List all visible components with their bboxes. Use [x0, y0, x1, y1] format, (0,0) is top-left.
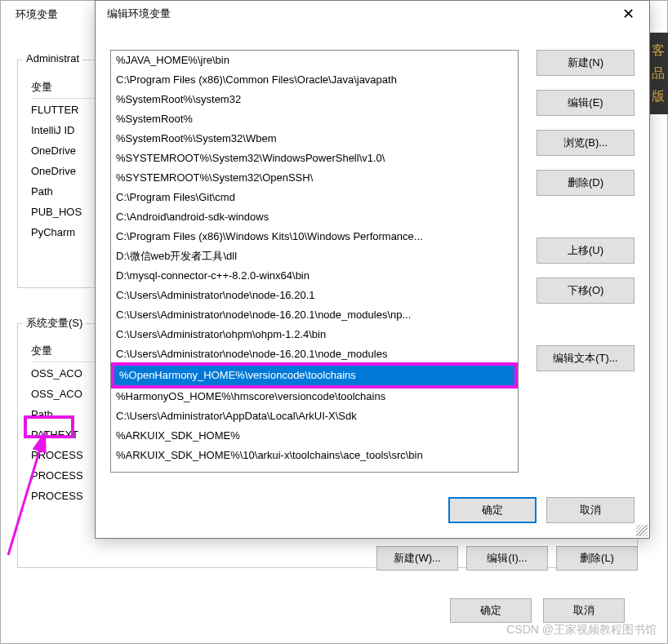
- edit-env-var-title: 编辑环境变量: [107, 7, 171, 21]
- watermark-text: CSDN @王家视频教程图书馆: [506, 623, 657, 637]
- list-item-selected[interactable]: %OpenHarmony_HOME%\versioncode\toolchain…: [111, 362, 518, 389]
- path-entries-listbox[interactable]: %JAVA_HOME%\jre\bin C:\Program Files (x8…: [110, 50, 519, 473]
- resize-grip-icon[interactable]: [636, 525, 648, 536]
- env-cancel-button[interactable]: 取消: [543, 598, 625, 623]
- list-item[interactable]: %SystemRoot%\system32: [111, 90, 518, 109]
- list-item[interactable]: %ARKUIX_SDK_HOME%\10\arkui-x\toolchains\…: [111, 446, 518, 465]
- edit-env-var-dialog: 编辑环境变量 ✕ %JAVA_HOME%\jre\bin C:\Program …: [95, 0, 650, 539]
- edit-ok-button[interactable]: 确定: [448, 497, 537, 523]
- list-item[interactable]: C:\Users\Administrator\node\node-16.20.1…: [111, 344, 518, 364]
- list-item[interactable]: %JAVA_HOME%\jre\bin: [111, 51, 518, 70]
- list-item[interactable]: %HarmonyOS_HOME%\hmscore\versioncode\too…: [111, 387, 518, 406]
- list-item[interactable]: %SystemRoot%: [111, 109, 518, 129]
- list-item[interactable]: C:\Users\Administrator\node\node-16.20.1…: [111, 305, 518, 325]
- list-item[interactable]: C:\Users\Administrator\node\node-16.20.1: [111, 286, 518, 305]
- browse-path-button[interactable]: 浏览(B)...: [537, 130, 635, 156]
- right-edge-panel: 客品版: [648, 33, 668, 114]
- list-item[interactable]: C:\Program Files\Git\cmd: [111, 188, 518, 207]
- list-item[interactable]: C:\Users\Administrator\ohpm\ohpm-1.2.4\b…: [111, 325, 518, 344]
- list-item[interactable]: C:\Program Files (x86)\Windows Kits\10\W…: [111, 227, 518, 246]
- edit-sys-var-button[interactable]: 编辑(I)...: [466, 546, 548, 571]
- list-item[interactable]: C:\Users\Administrator\AppData\Local\Ark…: [111, 406, 518, 426]
- list-item[interactable]: %SYSTEMROOT%\System32\WindowsPowerShell\…: [111, 149, 518, 168]
- env-ok-button[interactable]: 确定: [450, 598, 532, 623]
- list-item[interactable]: D:\mysql-connector-c++-8.2.0-winx64\bin: [111, 266, 518, 286]
- list-item[interactable]: C:\Android\android-sdk-windows: [111, 207, 518, 227]
- user-vars-legend: Administrat: [23, 52, 82, 64]
- edit-path-button[interactable]: 编辑(E): [537, 90, 635, 116]
- edit-cancel-button[interactable]: 取消: [546, 497, 635, 523]
- delete-sys-var-button[interactable]: 删除(L): [556, 546, 638, 571]
- list-item[interactable]: D:\微信web开发者工具\dll: [111, 246, 518, 266]
- move-up-button[interactable]: 上移(U): [537, 238, 635, 264]
- new-sys-var-button[interactable]: 新建(W)...: [376, 546, 458, 571]
- close-icon[interactable]: ✕: [617, 5, 639, 23]
- sys-vars-legend: 系统变量(S): [23, 316, 86, 331]
- delete-path-button[interactable]: 删除(D): [537, 170, 635, 196]
- new-path-button[interactable]: 新建(N): [537, 50, 635, 76]
- svg-line-0: [8, 433, 45, 555]
- arrow-annotation: [0, 424, 65, 563]
- list-item[interactable]: %ARKUIX_SDK_HOME%: [111, 426, 518, 446]
- list-item[interactable]: %SYSTEMROOT%\System32\OpenSSH\: [111, 168, 518, 188]
- edit-text-button[interactable]: 编辑文本(T)...: [537, 345, 635, 371]
- list-item[interactable]: C:\Program Files (x86)\Common Files\Orac…: [111, 70, 518, 90]
- list-item[interactable]: %SystemRoot%\System32\Wbem: [111, 129, 518, 149]
- move-down-button[interactable]: 下移(O): [537, 278, 635, 304]
